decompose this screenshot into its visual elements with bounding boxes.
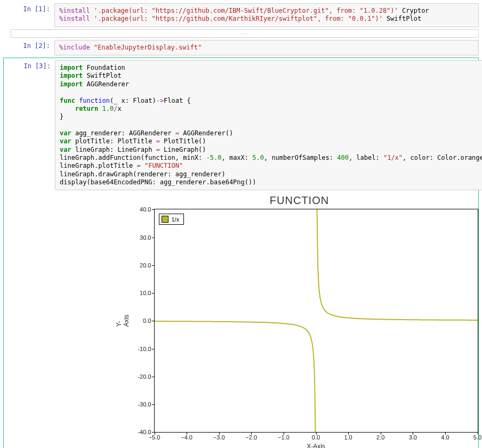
output-collapser[interactable]: ··· <box>11 29 479 38</box>
op-eq: = <box>156 137 160 145</box>
brace-close: } <box>60 113 63 120</box>
code-cell-1[interactable]: In [1]: %install '.package(url: "https:/… <box>3 3 479 27</box>
x-tick-label: 2.0 <box>376 432 384 441</box>
y-tick-label: 20.0 <box>140 262 154 268</box>
x-tick-label: −2.0 <box>245 432 257 441</box>
op-eq: = <box>137 162 141 169</box>
arg-color: , color: Color.orange) <box>403 154 482 161</box>
plot-svg <box>155 209 478 432</box>
arg-label: , maxX: <box>221 154 252 161</box>
func-ret: Float { <box>164 97 191 104</box>
kw-func: func <box>60 97 75 104</box>
x-axis-label: X-Axis <box>307 443 325 448</box>
code-input[interactable]: %install '.package(url: "https://github.… <box>54 3 479 27</box>
y-tick-label: 0.0 <box>143 317 154 324</box>
kw-import: import <box>60 72 83 79</box>
x-tick-label: 0.0 <box>312 432 320 441</box>
magic-include: %include <box>59 44 94 51</box>
code-input[interactable]: %include "EnableJupyterDisplay.swift" <box>54 40 479 55</box>
call-addfunction: lineGraph.addFunction(function, minX: <box>60 154 206 161</box>
x-tick-label: 5.0 <box>473 432 481 441</box>
call-display: display(base64EncodedPNG: agg_renderer.b… <box>60 178 256 186</box>
lit-str: "FUNCTION" <box>144 162 183 169</box>
module-name-1: Cryptor <box>398 7 429 14</box>
module-name-2: SwiftPlot <box>383 15 421 22</box>
legend: 1/x <box>159 214 184 225</box>
x-tick-label: −3.0 <box>213 432 225 441</box>
op-eq: = <box>175 129 179 137</box>
arg-label: , numberOfSamples: <box>264 154 337 161</box>
legend-swatch-icon <box>162 216 168 223</box>
input-prompt: In [1]: <box>3 3 54 27</box>
func-sig: (_ x: Float) <box>110 97 156 104</box>
x-tick-label: −4.0 <box>181 432 192 441</box>
var-decl: plotTitle: PlotTitle <box>71 137 156 145</box>
import-module: SwiftPlot <box>83 72 121 79</box>
kw-import: import <box>60 80 83 88</box>
import-module: Foundation <box>83 64 125 71</box>
var-decl: lineGraph: LineGraph <box>71 146 156 153</box>
ctor: AGGRenderer() <box>179 129 233 137</box>
series-line-1-over-x <box>155 209 478 432</box>
op-arrow: -> <box>156 97 164 104</box>
pkg-spec-2: '.package(url: "https://github.com/Karth… <box>94 15 383 22</box>
func-name: function <box>75 97 110 104</box>
x-tick-label: −1.0 <box>278 432 290 441</box>
lit-num: 1.0 <box>102 105 114 112</box>
cell-output: FUNCTION 1/x X-Axis Y-Axis -40.0-30.0-20… <box>55 194 482 448</box>
kw-import: import <box>60 64 83 71</box>
input-prompt: In [2]: <box>3 40 54 55</box>
y-tick-label: 40.0 <box>140 206 154 213</box>
chart-title: FUNCTION <box>116 194 483 207</box>
notebook: In [1]: %install '.package(url: "https:/… <box>0 0 482 448</box>
kw-var: var <box>60 137 71 145</box>
y-tick-label: -10.0 <box>138 346 154 352</box>
include-path: "EnableJupyterDisplay.swift" <box>94 44 202 51</box>
plot-area: 1/x X-Axis Y-Axis -40.0-30.0-20.0-10.00.… <box>154 209 478 433</box>
x-tick-label: −5.0 <box>149 432 160 441</box>
code-cell-2[interactable]: In [2]: %include "EnableJupyterDisplay.s… <box>3 40 479 55</box>
legend-label: 1/x <box>172 216 180 223</box>
magic-install: %install <box>59 15 94 22</box>
x-tick-label: 3.0 <box>409 432 417 441</box>
kw-var: var <box>60 146 71 153</box>
chart: FUNCTION 1/x X-Axis Y-Axis -40.0-30.0-20… <box>116 194 483 448</box>
kw-var: var <box>60 129 71 137</box>
y-tick-label: 30.0 <box>140 234 154 241</box>
arg-label: , label: <box>349 154 383 161</box>
y-tick-label: -30.0 <box>138 401 154 408</box>
y-tick-label: 10.0 <box>140 290 154 296</box>
code-input[interactable]: import Foundation import SwiftPlot impor… <box>55 60 482 190</box>
lit-str: "1/x" <box>383 154 403 161</box>
var-x: x <box>117 105 121 112</box>
ctor: PlotTitle() <box>160 137 206 145</box>
y-tick-label: -20.0 <box>138 373 154 380</box>
pkg-spec-1: '.package(url: "https://github.com/IBM-S… <box>94 7 398 14</box>
import-module: AGGRenderer <box>83 80 129 88</box>
lit-num: 5.0 <box>252 154 264 161</box>
assign-plottitle: lineGraph.plotTitle <box>60 162 137 169</box>
lit-num: 400 <box>337 154 349 161</box>
op-eq: = <box>156 146 160 153</box>
lit-num: -5.0 <box>206 154 222 161</box>
ctor: LineGraph() <box>160 146 206 153</box>
var-decl: agg_renderer: AGGRenderer <box>71 129 175 137</box>
magic-install: %install <box>59 7 94 14</box>
x-tick-label: 1.0 <box>344 432 352 441</box>
input-prompt: In [3]: <box>4 60 55 448</box>
output-area: FUNCTION 1/x X-Axis Y-Axis -40.0-30.0-20… <box>106 194 482 448</box>
code-cell-3-running[interactable]: In [3]: import Foundation import SwiftPl… <box>3 58 479 448</box>
y-axis-label: Y-Axis <box>115 315 130 327</box>
call-drawgraph: lineGraph.drawGraph(renderer: agg_render… <box>60 170 226 178</box>
x-tick-label: 4.0 <box>441 432 449 441</box>
kw-return: return <box>75 105 98 112</box>
